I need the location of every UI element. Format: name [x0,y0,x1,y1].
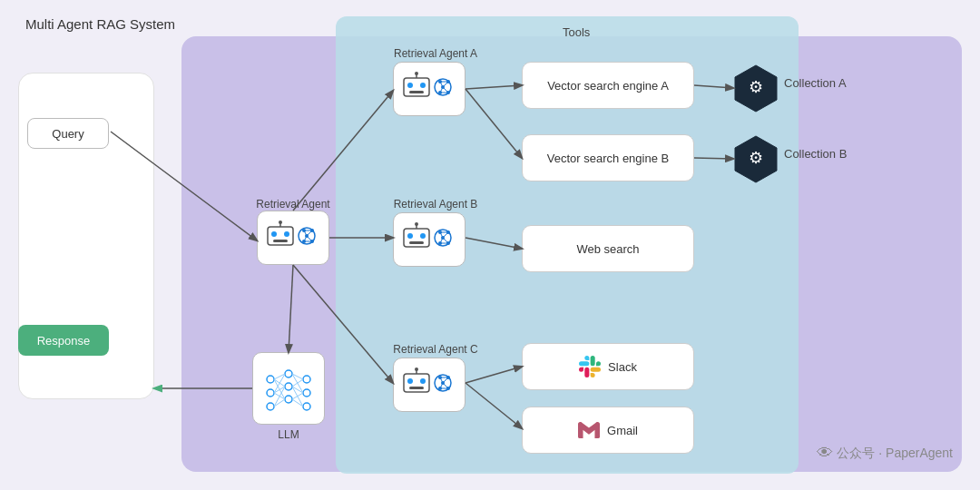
svg-point-37 [407,233,413,239]
svg-point-75 [285,370,292,377]
agent-c-robot-icon [402,367,456,403]
svg-rect-57 [409,387,424,389]
svg-line-91 [292,379,303,387]
svg-point-74 [267,403,274,410]
retrieval-agent-a-label: Retrieval Agent A [381,47,490,60]
slack-label: Slack [608,360,637,374]
collection-a-hex-svg: ⚙ [733,64,779,113]
collection-b-hex: ⚙ [733,134,779,184]
web-search-box: Web search [522,225,694,272]
gmail-icon [578,419,600,441]
web-search-label: Web search [576,242,639,256]
svg-line-31 [443,82,448,87]
svg-line-49 [443,232,448,238]
svg-point-19 [407,83,413,88]
retrieval-agent-c-box [393,358,466,412]
collection-a-hex: ⚙ [733,64,779,113]
collection-a-label: Collection A [784,76,847,90]
svg-point-55 [407,378,413,384]
svg-point-77 [285,396,292,403]
svg-point-73 [267,389,274,397]
svg-line-69 [443,383,448,388]
svg-point-80 [303,403,310,410]
agent-b-robot-icon [402,221,456,258]
slack-box: Slack [522,343,694,390]
svg-point-5 [279,220,282,224]
query-box: Query [27,118,109,149]
vector-search-b-label: Vector search engine B [547,152,669,165]
svg-point-76 [285,383,292,390]
retrieval-agent-b-label: Retrieval Agent B [381,198,490,211]
svg-point-1 [271,231,277,237]
collection-b-label: Collection B [784,147,847,161]
response-box: Response [18,325,109,356]
watermark-text: 公众号 · PaperAgent [837,446,953,462]
query-label: Query [52,127,83,141]
svg-point-20 [420,83,426,88]
vector-search-b-box: Vector search engine B [522,134,694,181]
svg-point-38 [420,233,426,239]
retrieval-agent-b-box [393,212,466,267]
svg-point-79 [303,389,310,397]
svg-line-67 [443,377,448,383]
gmail-label: Gmail [607,424,638,437]
gmail-box: Gmail [522,407,694,454]
vector-search-a-label: Vector search engine A [547,79,669,93]
svg-point-59 [415,368,418,371]
agent-a-robot-icon [402,71,456,107]
page-title: Multi Agent RAG System [25,16,175,32]
svg-rect-3 [273,240,288,242]
collection-b-hex-svg: ⚙ [733,134,779,184]
svg-point-2 [284,231,289,237]
retrieval-agent-label: Retrieval Agent [252,198,334,211]
svg-line-51 [443,238,448,243]
slack-icon [579,356,601,377]
svg-line-13 [307,230,312,236]
svg-text:⚙: ⚙ [749,78,763,96]
svg-point-56 [420,378,426,384]
svg-rect-21 [409,91,424,93]
watermark: 👁 公众号 · PaperAgent [817,444,953,463]
svg-rect-39 [409,241,424,244]
llm-label: LLM [252,428,325,441]
response-label: Response [37,334,91,348]
tools-label: Tools [563,25,590,39]
llm-icon [261,361,316,416]
svg-point-78 [303,376,310,383]
llm-box [252,352,325,425]
svg-point-41 [415,222,418,226]
svg-point-72 [267,376,274,383]
retrieval-agent-c-label: Retrieval Agent C [381,343,490,356]
vector-search-a-box: Vector search engine A [522,62,694,109]
svg-point-23 [415,72,418,75]
svg-line-94 [292,393,303,399]
retrieval-agent-a-box [393,62,466,116]
agent-robot-icon [266,220,320,256]
svg-text:⚙: ⚙ [749,149,763,167]
retrieval-agent-box [257,211,329,265]
svg-line-33 [443,87,448,93]
svg-line-15 [307,236,312,241]
